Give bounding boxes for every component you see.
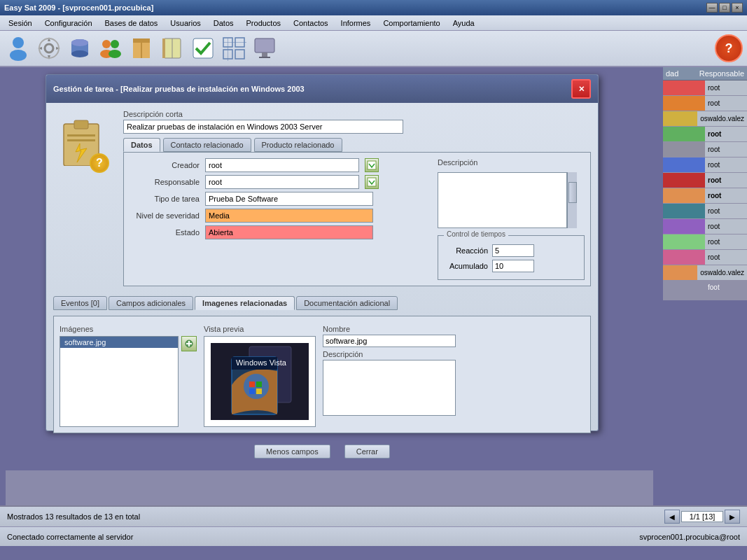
cerrar-button[interactable]: Cerrar (344, 444, 390, 458)
right-name-0: root (705, 80, 747, 95)
menu-productos[interactable]: Productos (241, 18, 287, 29)
modal-title-text: Gestión de tarea - [Realizar pruebas de … (53, 85, 305, 93)
right-name-5: root (705, 158, 747, 172)
menu-usuarios[interactable]: Usuarios (165, 18, 206, 29)
image-add-button[interactable] (181, 336, 197, 351)
server-info: svprocen001.procubica@root (639, 533, 740, 541)
tab-eventos[interactable]: Eventos [0] (53, 296, 107, 310)
nombre-input[interactable] (323, 335, 456, 347)
menos-campos-button[interactable]: Menos campos (254, 444, 330, 458)
right-row-5[interactable]: root (663, 158, 747, 173)
bottom-status-bar: Conectado correctamente al servidor svpr… (0, 526, 747, 546)
descripcion-label: Descripción (438, 158, 585, 167)
right-row-11[interactable]: root (663, 250, 747, 265)
toolbar-book-icon[interactable] (158, 34, 186, 62)
menu-informes[interactable]: Informes (335, 18, 377, 29)
svg-rect-30 (67, 134, 95, 136)
menu-bases[interactable]: Bases de datos (99, 18, 164, 29)
images-list[interactable]: software.jpg (60, 336, 179, 427)
images-section: Imágenes software.jpg (60, 325, 585, 427)
minimize-button[interactable]: — (706, 3, 718, 13)
tab-campos[interactable]: Campos adicionales (109, 296, 193, 310)
modal-close-button[interactable]: ✕ (571, 79, 591, 99)
close-button[interactable]: × (732, 3, 743, 13)
svg-point-6 (71, 50, 88, 57)
main-area: Gestión de tarea - [Realizar pruebas de … (0, 67, 747, 505)
right-row-4[interactable]: root (663, 142, 747, 158)
svg-point-3 (39, 38, 59, 58)
right-row-7[interactable]: root (663, 188, 747, 204)
toolbar-users-icon[interactable] (97, 34, 125, 62)
right-row-foot: foot (663, 281, 747, 300)
reaccion-input[interactable] (492, 244, 534, 257)
right-row-1[interactable]: root (663, 96, 747, 111)
right-row-12[interactable]: oswaldo.valez (663, 265, 747, 281)
severidad-input[interactable] (205, 209, 373, 223)
tab-documentacion[interactable]: Documentación adicional (296, 296, 398, 310)
tab-imagenes[interactable]: Imagenes relacionadas (195, 296, 295, 310)
acumulado-label: Acumulado (442, 262, 488, 270)
menu-ayuda[interactable]: Ayuda (447, 18, 480, 29)
right-name-6: root (705, 173, 747, 188)
svg-rect-17 (162, 38, 165, 58)
tipo-input[interactable] (205, 192, 373, 206)
toolbar: ? (0, 31, 747, 67)
right-row-3[interactable]: root (663, 127, 747, 142)
svg-point-8 (102, 40, 111, 48)
responsable-select-button[interactable] (365, 175, 379, 189)
toolbar-person-icon[interactable] (4, 34, 32, 62)
right-row-0[interactable]: root (663, 80, 747, 96)
navigation-group: ◀ 1/1 [13] ▶ (664, 510, 740, 524)
modal-dialog: Gestión de tarea - [Realizar pruebas de … (46, 74, 599, 431)
tab-producto[interactable]: Producto relacionado (254, 138, 342, 152)
imagenes-label: Imágenes (60, 325, 197, 333)
toolbar-box-icon[interactable] (127, 34, 155, 62)
creador-select-button[interactable] (365, 158, 379, 172)
right-name-8: root (705, 204, 747, 218)
menu-sesion[interactable]: Sesión (3, 18, 38, 29)
toolbar-grid-icon[interactable] (220, 34, 248, 62)
svg-point-1 (10, 50, 27, 61)
menu-contactos[interactable]: Contactos (288, 18, 334, 29)
tab-contacto[interactable]: Contacto relacionado (163, 138, 251, 152)
svg-point-7 (71, 39, 88, 46)
tab-datos[interactable]: Datos (123, 138, 160, 152)
right-row-2[interactable]: oswaldo.valez (663, 111, 747, 127)
menu-datos[interactable]: Datos (208, 18, 239, 29)
maximize-button[interactable]: □ (719, 3, 730, 13)
prev-page-button[interactable]: ◀ (664, 510, 680, 524)
toolbar-monitor-icon[interactable] (251, 34, 279, 62)
toolbar-check-icon[interactable] (189, 34, 217, 62)
acumulado-input[interactable] (492, 260, 534, 272)
toolbar-database-icon[interactable] (66, 34, 94, 62)
menu-configuracion[interactable]: Configuración (39, 18, 98, 29)
connection-status: Conectado correctamente al servidor (7, 533, 133, 541)
toolbar-gear-icon[interactable] (35, 34, 63, 62)
window-controls: — □ × (706, 3, 743, 13)
tipo-label: Tipo de tarea (130, 195, 200, 203)
next-page-button[interactable]: ▶ (725, 510, 740, 524)
right-row-6[interactable]: root (663, 173, 747, 188)
toolbar-help-icon[interactable]: ? (715, 34, 743, 62)
list-item[interactable]: software.jpg (60, 337, 178, 348)
task-icon: ? (60, 117, 109, 173)
foot-label: foot (705, 281, 747, 300)
right-name-12: oswaldo.valez (697, 265, 747, 280)
right-name-3: root (705, 127, 747, 141)
menu-comportamiento[interactable]: Comportamiento (377, 18, 445, 29)
right-row-8[interactable]: root (663, 204, 747, 219)
right-name-11: root (705, 250, 747, 265)
lower-tab-content: Imágenes software.jpg (53, 316, 591, 433)
svg-point-2 (45, 44, 53, 52)
modal-title-bar: Gestión de tarea - [Realizar pruebas de … (46, 75, 598, 103)
right-row-9[interactable]: root (663, 219, 747, 234)
descripcion-textarea[interactable] (438, 172, 567, 228)
estado-input[interactable] (205, 225, 373, 239)
creador-input[interactable] (205, 158, 359, 172)
descripcion-corta-input[interactable] (123, 120, 403, 134)
right-row-10[interactable]: root (663, 234, 747, 250)
responsable-input[interactable] (205, 175, 359, 189)
svg-rect-29 (74, 120, 88, 129)
descripcion-scrollbar[interactable] (567, 172, 577, 228)
descripcion-img-textarea[interactable] (323, 360, 456, 416)
